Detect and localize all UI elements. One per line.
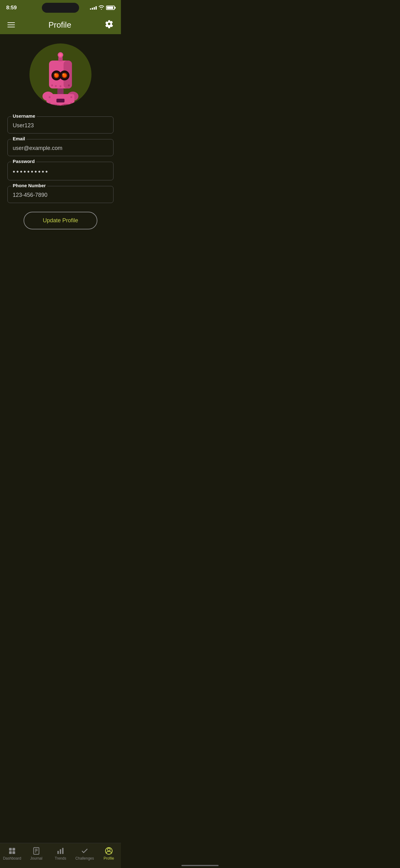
svg-point-4 — [49, 96, 51, 98]
menu-button[interactable] — [7, 22, 15, 27]
email-field[interactable]: Email user@example.com — [7, 139, 113, 156]
menu-line — [7, 25, 15, 25]
svg-rect-8 — [57, 99, 65, 102]
wifi-icon — [99, 5, 104, 10]
menu-line — [7, 27, 15, 27]
update-profile-button[interactable]: Update Profile — [24, 212, 97, 229]
svg-point-24 — [51, 85, 53, 86]
username-field[interactable]: Username User123 — [7, 116, 113, 133]
phone-value: 123-456-7890 — [13, 192, 108, 198]
password-label: Password — [11, 159, 36, 164]
robot-image — [37, 48, 84, 105]
avatar[interactable] — [29, 43, 92, 105]
username-label: Username — [11, 113, 37, 119]
svg-point-27 — [64, 85, 66, 87]
password-field[interactable]: Password •••••••••• — [7, 162, 113, 180]
status-time: 8:59 — [6, 5, 17, 11]
svg-point-19 — [54, 73, 56, 75]
main-content: Username User123 Email user@example.com … — [0, 34, 121, 239]
menu-line — [7, 22, 15, 23]
svg-point-26 — [60, 85, 61, 87]
settings-icon[interactable] — [105, 20, 113, 30]
svg-point-6 — [49, 102, 51, 104]
avatar-container — [7, 43, 113, 105]
app-header: Profile — [0, 16, 121, 34]
status-bar: 8:59 — [0, 0, 121, 16]
svg-point-20 — [62, 73, 64, 75]
battery-icon — [106, 6, 115, 10]
username-value: User123 — [13, 122, 108, 129]
page-title: Profile — [48, 20, 71, 30]
email-value: user@example.com — [13, 145, 108, 152]
svg-point-28 — [68, 85, 70, 86]
phone-field[interactable]: Phone Number 123-456-7890 — [7, 186, 113, 203]
svg-point-23 — [59, 53, 62, 57]
svg-point-25 — [55, 85, 57, 87]
email-label: Email — [11, 136, 26, 141]
dynamic-island — [42, 3, 79, 13]
svg-point-5 — [70, 96, 72, 98]
svg-point-7 — [70, 102, 72, 104]
svg-rect-0 — [57, 89, 64, 95]
password-value: •••••••••• — [13, 168, 108, 176]
signal-icon — [90, 6, 97, 10]
status-icons — [90, 5, 115, 10]
phone-label: Phone Number — [11, 183, 47, 188]
